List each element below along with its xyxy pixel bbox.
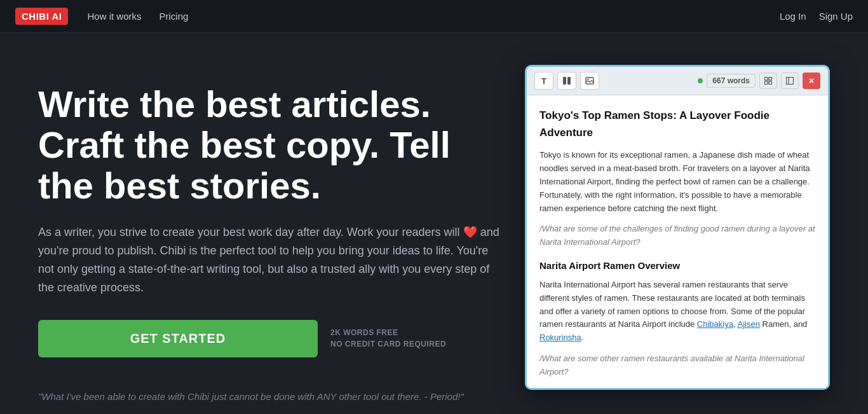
editor-panel: T 667 words <box>525 65 830 390</box>
nav-links: How it works Pricing <box>87 11 779 22</box>
logo[interactable]: CHIBI AI <box>15 8 68 25</box>
svg-rect-4 <box>765 78 768 81</box>
toolbar-grid-button[interactable] <box>759 72 777 89</box>
cta-side-info: 2K WORDS FREE NO CREDIT CARD REQUIRED <box>330 328 446 348</box>
no-credit-card-label: NO CREDIT CARD REQUIRED <box>330 340 446 348</box>
svg-rect-5 <box>769 78 772 81</box>
grid-icon <box>764 77 772 85</box>
nav-signup[interactable]: Sign Up <box>819 11 853 22</box>
columns-icon <box>562 76 571 85</box>
section1-title: Narita Airport Ramen Overview <box>539 258 815 273</box>
editor-content[interactable]: Tokyo's Top Ramen Stops: A Layover Foodi… <box>527 95 828 388</box>
article-prompt-2: /What are some other ramen restaurants a… <box>539 352 815 379</box>
svg-point-3 <box>587 79 588 80</box>
section1-body-mid: Ramen, and <box>763 319 808 329</box>
article-prompt-1: /What are some of the challenges of find… <box>539 223 815 249</box>
nav-pricing[interactable]: Pricing <box>159 11 188 22</box>
status-dot <box>698 78 703 83</box>
toolbar-image-button[interactable] <box>580 72 599 90</box>
word-count-badge: 667 words <box>707 74 756 88</box>
svg-rect-8 <box>787 78 794 85</box>
image-icon <box>585 76 594 85</box>
cta-row: GET STARTED 2K WORDS FREE NO CREDIT CARD… <box>38 320 499 357</box>
svg-rect-1 <box>567 77 571 85</box>
editor-toolbar: T 667 words <box>527 67 828 95</box>
words-free-label: 2K WORDS FREE <box>330 328 446 337</box>
toolbar-columns-button[interactable] <box>557 72 576 90</box>
section1-body: Narita International Airport has several… <box>539 279 815 345</box>
article-title: Tokyo's Top Ramen Stops: A Layover Foodi… <box>539 107 815 141</box>
hero-body: As a writer, you strive to create your b… <box>38 223 499 296</box>
link-chibakiya[interactable]: Chibakiya <box>697 319 733 329</box>
article-paragraph-1: Tokyo is known for its exceptional ramen… <box>539 149 815 215</box>
hero-title: Write the best articles. Craft the best … <box>38 84 499 205</box>
hero-quote: "What I've been able to create with Chib… <box>38 391 464 402</box>
navbar: CHIBI AI How it works Pricing Log In Sig… <box>0 0 868 33</box>
section1-body-end: . <box>581 333 584 342</box>
svg-rect-0 <box>563 77 566 85</box>
hero-body-part1: As a writer, you strive to create your b… <box>38 226 460 238</box>
get-started-button[interactable]: GET STARTED <box>38 320 318 357</box>
hero-section: Write the best articles. Craft the best … <box>0 33 868 414</box>
toolbar-expand-button[interactable] <box>781 72 799 89</box>
expand-icon <box>786 77 794 85</box>
nav-login[interactable]: Log In <box>780 11 806 22</box>
link-ajisen[interactable]: Ajisen <box>737 319 759 329</box>
toolbar-text-button[interactable]: T <box>534 72 553 90</box>
nav-right: Log In Sign Up <box>780 11 853 22</box>
heart-icon: ❤️ <box>463 226 480 238</box>
nav-how-it-works[interactable]: How it works <box>87 11 141 22</box>
toolbar-status: 667 words <box>698 74 756 88</box>
link-rokurinsha[interactable]: Rokurinsha <box>539 333 581 342</box>
svg-rect-7 <box>769 81 772 85</box>
toolbar-close-button[interactable]: × <box>803 72 820 89</box>
hero-left: Write the best articles. Craft the best … <box>38 71 499 357</box>
svg-rect-6 <box>765 81 768 85</box>
